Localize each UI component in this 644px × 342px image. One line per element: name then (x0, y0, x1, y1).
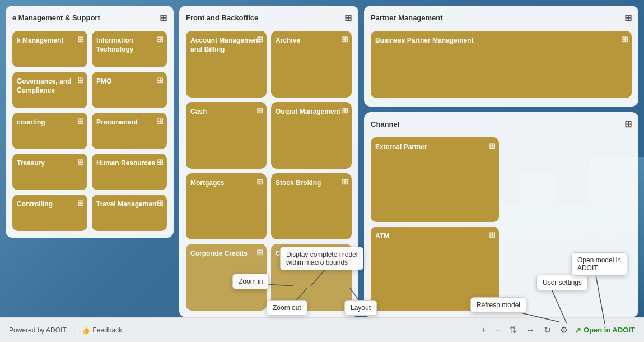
panel-header-middle: Front and Backoffice ⊞ (186, 12, 352, 26)
tooltip-refresh-model: Refresh model (470, 297, 526, 313)
tile-icon: ⊞ (342, 105, 348, 115)
tile-cash[interactable]: ⊞ Cash (186, 102, 267, 169)
tile-icon: ⊞ (157, 157, 164, 167)
panel-header-right-top: Partner Management ⊞ (371, 12, 632, 26)
tile-icon: ⊞ (256, 34, 263, 44)
bottom-left: Powered by ADOIT | 👍 Feedback (9, 326, 122, 335)
zoom-in-button[interactable]: + (479, 323, 488, 338)
tile-account-mgmt[interactable]: ⊞ Account Management and Billing (186, 31, 267, 98)
tile-icon: ⊞ (489, 230, 496, 240)
tile-label: Travel Management (96, 200, 158, 209)
panel-icon-right-top: ⊞ (624, 12, 632, 23)
thumbsup-icon: 👍 (82, 326, 90, 334)
refresh-icon: ↻ (544, 325, 551, 335)
tile-label: k Management (17, 36, 63, 45)
tooltip-user-settings: User settings (536, 275, 588, 290)
col-middle: Front and Backoffice ⊞ ⊞ Account Managem… (179, 6, 358, 317)
tile-external-partner[interactable]: ⊞ External Partner (371, 137, 499, 222)
tile-procurement[interactable]: ⊞ Procurement (92, 113, 167, 149)
tile-icon: ⊞ (157, 75, 164, 85)
channel-grid: ⊞ External Partner ⊞ ATM (371, 137, 632, 311)
col-left: e Management & Support ⊞ ⊞ k Management … (6, 6, 174, 317)
tile-icon: ⊞ (342, 177, 348, 187)
tile-icon: ⊞ (157, 198, 164, 208)
tile-icon: ⊞ (157, 34, 164, 44)
tooltip-display-model: Display complete model within macro boun… (280, 247, 363, 270)
layout-v-icon: ⇅ (510, 325, 517, 335)
tile-output-mgmt[interactable]: ⊞ Output Management (271, 102, 352, 169)
tile-icon: ⊞ (77, 198, 84, 208)
powered-by-label: Powered by ADOIT (9, 326, 67, 334)
tile-treasury[interactable]: ⊞ Treasury (12, 154, 87, 190)
tooltip-zoom-in: Zoom in (232, 274, 269, 289)
tile-travel-mgmt[interactable]: ⊞ Travel Management (92, 195, 167, 231)
tile-icon: ⊞ (489, 141, 496, 151)
tile-mortgages[interactable]: ⊞ Mortgages (186, 173, 267, 240)
open-adoit-button[interactable]: ↗ Open in ADOIT (575, 326, 635, 335)
tile-archive[interactable]: ⊞ Archive (271, 31, 352, 98)
tile-label: Business Partner Management (375, 36, 473, 45)
panel-management-support: e Management & Support ⊞ ⊞ k Management … (6, 6, 174, 238)
tile-icon: ⊞ (256, 105, 263, 115)
tile-label: Controlling (17, 200, 53, 209)
layout-horizontal-button[interactable]: ↔ (524, 323, 537, 338)
tile-biz-partner[interactable]: ⊞ Business Partner Management (371, 31, 632, 98)
tile-label: Stock Broking (276, 179, 321, 188)
user-settings-button[interactable]: ⚙ (558, 322, 570, 338)
panel-header-right-bottom: Channel ⊞ (371, 119, 632, 133)
tile-icon: ⊞ (157, 116, 164, 126)
tile-icon: ⊞ (256, 247, 263, 257)
tile-icon: ⊞ (77, 75, 84, 85)
tile-label: Cash (190, 108, 207, 117)
tile-label: Archive (276, 36, 300, 45)
tile-label: Procurement (96, 118, 138, 127)
panel-title-middle: Front and Backoffice (186, 13, 258, 22)
tile-governance[interactable]: ⊞ Governance, and Compliance (12, 72, 87, 108)
bottom-right: + − ⇅ ↔ ↻ ⚙ ↗ Open in ADOIT (479, 322, 635, 338)
feedback-label: Feedback (92, 326, 122, 334)
tile-icon: ⊞ (622, 34, 628, 44)
zoom-in-icon: + (481, 325, 486, 335)
tile-label: Output Management (276, 108, 340, 117)
tile-icon: ⊞ (77, 116, 84, 126)
open-adoit-label: Open in ADOIT (584, 326, 635, 334)
refresh-model-button[interactable]: ↻ (542, 322, 553, 338)
zoom-out-button[interactable]: − (493, 323, 503, 338)
tile-label: PMO (96, 77, 111, 86)
tile-k-manage[interactable]: ⊞ k Management (12, 31, 87, 67)
panel-channel: Channel ⊞ ⊞ External Partner ⊞ ATM (364, 112, 638, 317)
tooltip-layout: Layout (344, 300, 377, 316)
tile-label: counting (17, 118, 45, 127)
bottom-bar: Powered by ADOIT | 👍 Feedback + − ⇅ ↔ ↻ (0, 317, 644, 342)
tile-info-tech[interactable]: ⊞ Information Technology (92, 31, 167, 67)
tile-label: Treasury (17, 159, 45, 168)
settings-icon: ⚙ (560, 325, 568, 335)
main-canvas: e Management & Support ⊞ ⊞ k Management … (0, 0, 644, 342)
tile-counting[interactable]: ⊞ counting (12, 113, 87, 149)
panel-icon-middle: ⊞ (344, 12, 352, 23)
zoom-out-icon: − (496, 325, 501, 335)
tile-pmo[interactable]: ⊞ PMO (92, 72, 167, 108)
tile-icon: ⊞ (256, 177, 263, 187)
tile-human-res[interactable]: ⊞ Human Resources (92, 154, 167, 190)
divider: | (73, 326, 76, 335)
open-adoit-icon: ↗ (575, 326, 581, 335)
tooltip-open-adoit: Open model in ADOIT (571, 252, 627, 276)
panel-front-backoffice: Front and Backoffice ⊞ ⊞ Account Managem… (179, 6, 358, 317)
items-grid-left: ⊞ k Management ⊞ Information Technology … (12, 31, 167, 231)
tooltip-zoom-out: Zoom out (267, 300, 307, 316)
panel-icon-left: ⊞ (160, 12, 167, 23)
tile-controlling[interactable]: ⊞ Controlling (12, 195, 87, 231)
layout-h-icon: ↔ (526, 325, 535, 335)
tile-icon: ⊞ (77, 157, 84, 167)
tile-label: Human Resources (96, 159, 155, 168)
feedback-link[interactable]: 👍 Feedback (82, 326, 122, 334)
panel-partner-mgmt: Partner Management ⊞ ⊞ Business Partner … (364, 6, 638, 107)
tile-label: Mortgages (190, 179, 225, 188)
panel-icon-right-bottom: ⊞ (624, 119, 632, 130)
tile-icon: ⊞ (77, 34, 84, 44)
tile-stock-broking[interactable]: ⊞ Stock Broking (271, 173, 352, 240)
tile-label: Information Technology (96, 36, 162, 54)
panel-title-left: e Management & Support (12, 13, 100, 22)
layout-vertical-button[interactable]: ⇅ (507, 322, 519, 338)
